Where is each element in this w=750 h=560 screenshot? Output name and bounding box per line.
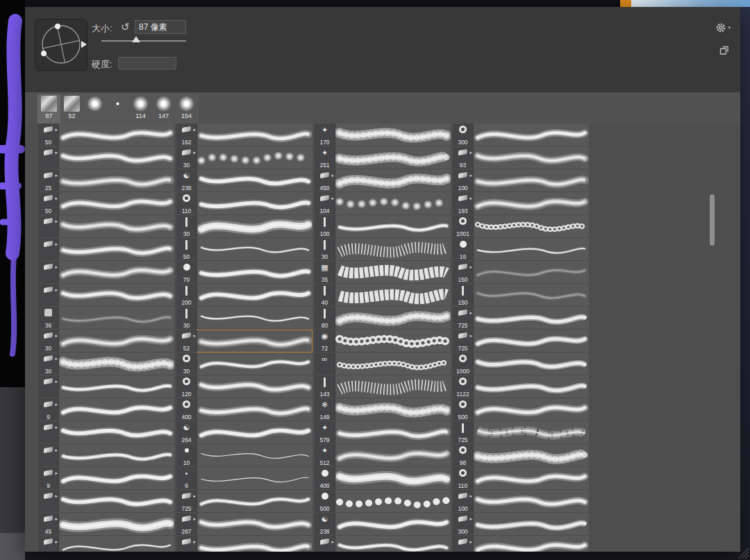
brush-preset[interactable]: ▸9 <box>38 398 174 421</box>
brush-preset[interactable]: ▸50 <box>38 124 174 146</box>
brush-preset[interactable]: ☯238 <box>176 169 312 192</box>
brush-preset[interactable]: 16 <box>453 238 589 261</box>
brush-preset[interactable]: 70 <box>176 261 312 284</box>
brush-preset[interactable]: ▸30 <box>176 146 312 169</box>
brush-preset[interactable]: ✦251 <box>315 146 451 169</box>
brush-preset[interactable]: ▸ <box>38 536 174 552</box>
brush-preset[interactable]: 50 <box>176 238 312 261</box>
brush-preset[interactable]: ▸ <box>38 146 174 169</box>
brush-preset[interactable]: ▸ <box>38 375 174 398</box>
brush-preset[interactable]: ☯238 <box>315 513 451 536</box>
brush-preset[interactable]: 725 <box>453 421 589 444</box>
brush-preset[interactable]: 300 <box>453 124 589 146</box>
brush-preset[interactable]: ▸100 <box>453 169 589 192</box>
brush-preset[interactable]: ▸450 <box>315 169 451 192</box>
brush-preset[interactable]: ▸150 <box>453 261 589 284</box>
brush-preset[interactable]: ▸9 <box>38 467 174 490</box>
brush-preset[interactable]: ▸30 <box>38 330 174 353</box>
brush-preset[interactable]: ▸93 <box>453 146 589 169</box>
brush-tip-cell: ▸30 <box>38 353 58 375</box>
brush-preset[interactable]: ▸ <box>38 238 174 261</box>
recent-brush-item[interactable]: 87 <box>38 94 60 124</box>
brush-preset[interactable]: 40 <box>315 284 451 307</box>
brush-preset[interactable]: ▸300 <box>453 513 589 536</box>
recent-brush-item[interactable]: 114 <box>129 94 152 124</box>
brush-preset[interactable]: ▸ <box>176 536 312 552</box>
brush-preset[interactable]: 110 <box>453 467 589 490</box>
brush-preset[interactable]: ▸ <box>38 421 174 444</box>
brush-preset[interactable]: 200 <box>176 284 312 307</box>
panel-toggle-button[interactable] <box>719 46 729 58</box>
brush-preset[interactable]: ✦170 <box>315 124 451 146</box>
brush-preset[interactable]: ▸ <box>38 261 174 284</box>
size-slider-thumb[interactable] <box>132 36 140 42</box>
brush-preset[interactable]: 150 <box>453 284 589 307</box>
size-slider[interactable] <box>101 40 186 42</box>
resize-grip-icon[interactable] <box>738 548 749 559</box>
brush-preset[interactable]: 120 <box>176 375 312 398</box>
brush-preset[interactable]: 1001 <box>453 215 589 238</box>
brush-preset[interactable]: 400 <box>176 398 312 421</box>
recent-brush-item[interactable]: 154 <box>175 94 198 124</box>
panel-menu-button[interactable]: ▾ <box>715 22 731 33</box>
brush-preset[interactable]: 30 <box>176 353 312 375</box>
reset-size-icon[interactable]: ↺ <box>121 21 130 33</box>
stroke-direction-icon: ▸ <box>55 287 58 293</box>
brush-preset[interactable]: ▸52 <box>176 330 312 353</box>
brush-stroke-preview <box>197 536 312 552</box>
brush-preset[interactable]: 100 <box>315 215 451 238</box>
brush-preset[interactable]: 30 <box>176 307 312 330</box>
brush-preset[interactable]: ▸25 <box>38 169 174 192</box>
brush-preset[interactable]: ▦35 <box>315 261 451 284</box>
recent-brush-item[interactable] <box>106 94 129 124</box>
brush-preset[interactable]: 80 <box>315 307 451 330</box>
brush-size-label: 1122 <box>453 391 473 398</box>
brush-preset[interactable]: ▸193 <box>453 192 589 215</box>
brush-preset[interactable]: ▸ <box>38 215 174 238</box>
brush-preset[interactable]: 143 <box>315 375 451 398</box>
brush-preset[interactable]: 98 <box>453 444 589 467</box>
brush-preset[interactable]: 110 <box>176 192 312 215</box>
brush-preset[interactable]: 30 <box>315 238 451 261</box>
brush-size-label: 45 <box>38 528 58 535</box>
brush-preset[interactable]: 10 <box>176 444 312 467</box>
brush-preset[interactable]: 36 <box>38 307 174 330</box>
brush-preset[interactable]: ▸ <box>453 536 589 552</box>
brush-preset[interactable]: ▸ <box>38 284 174 307</box>
brush-preset[interactable]: ▸162 <box>176 124 312 146</box>
brush-preset[interactable]: 1122 <box>453 375 589 398</box>
brush-preset[interactable]: ▸ <box>38 444 174 467</box>
brush-preset[interactable]: ▸45 <box>38 513 174 536</box>
brush-preset[interactable]: 500 <box>315 490 451 513</box>
scrollbar-thumb[interactable] <box>710 194 715 246</box>
brush-preset[interactable]: ☯264 <box>176 421 312 444</box>
recent-brush-item[interactable]: 52 <box>60 94 83 124</box>
brush-preset[interactable]: ▸ <box>38 490 174 513</box>
brush-preset[interactable]: 1000 <box>453 353 589 375</box>
recent-brush-item[interactable] <box>83 94 106 124</box>
stroke-direction-icon: ▸ <box>469 264 472 270</box>
brush-preset[interactable]: 30 <box>176 215 312 238</box>
brush-preset[interactable]: 400 <box>315 467 451 490</box>
brush-preset[interactable]: 6 <box>176 467 312 490</box>
recent-brush-item[interactable]: 147 <box>152 94 175 124</box>
brush-preset[interactable]: ▸50 <box>38 192 174 215</box>
brush-preset[interactable]: ▸725 <box>453 307 589 330</box>
brush-preset[interactable]: ▸ <box>315 536 451 552</box>
brush-preset[interactable]: ▸725 <box>453 330 589 353</box>
brush-stroke-preview <box>473 513 589 536</box>
size-input[interactable] <box>135 20 186 34</box>
brush-angle-control[interactable] <box>35 19 88 71</box>
brush-preset[interactable]: ∞ <box>315 353 451 375</box>
brush-preset[interactable]: ✦512 <box>315 444 451 467</box>
brush-preset[interactable]: ▸30 <box>38 353 174 375</box>
brush-preset[interactable]: ✦579 <box>315 421 451 444</box>
hardness-input[interactable] <box>118 57 176 69</box>
brush-preset[interactable]: ▸725 <box>176 490 312 513</box>
brush-preset[interactable]: ▸100 <box>453 490 589 513</box>
brush-preset[interactable]: 500 <box>453 398 589 421</box>
brush-preset[interactable]: ❄149 <box>315 398 451 421</box>
brush-preset[interactable]: ▸267 <box>176 513 312 536</box>
brush-preset[interactable]: ◉72 <box>315 330 451 353</box>
brush-preset[interactable]: ▸104 <box>315 192 451 215</box>
